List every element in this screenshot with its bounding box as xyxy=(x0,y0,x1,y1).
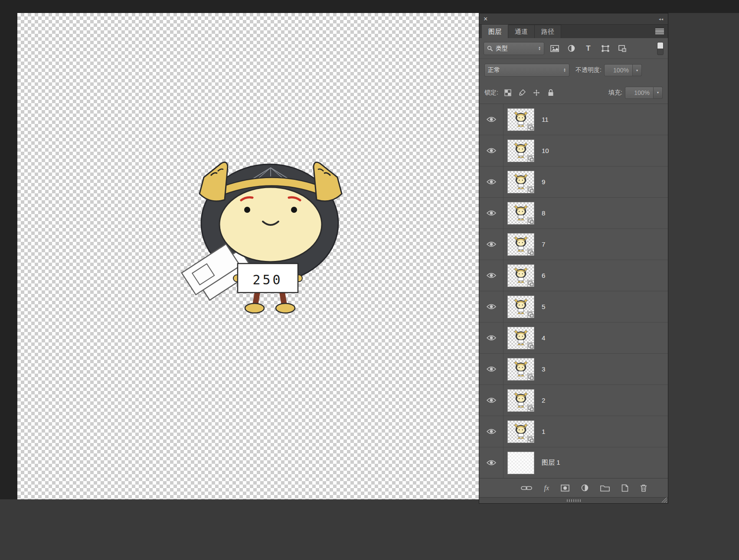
layer-row[interactable]: 7 xyxy=(479,229,668,260)
filter-shape-layers-button[interactable] xyxy=(598,42,612,55)
lock-all-button[interactable] xyxy=(546,88,556,98)
layer-row[interactable]: 5 xyxy=(479,291,668,322)
layer-row[interactable]: 4 xyxy=(479,322,668,354)
new-group-button[interactable] xyxy=(600,485,610,492)
eye-icon xyxy=(486,272,497,279)
collapse-panel-icon[interactable]: ◂◂ xyxy=(659,17,664,21)
link-icon xyxy=(521,485,532,491)
lock-pixels-button[interactable] xyxy=(517,88,527,98)
layer-name: 11 xyxy=(542,116,549,123)
eye-icon xyxy=(486,210,497,216)
layer-thumbnail[interactable] xyxy=(507,389,534,412)
visibility-toggle[interactable] xyxy=(479,354,504,384)
visibility-toggle[interactable] xyxy=(479,447,504,478)
panel-resize-strip[interactable] xyxy=(479,497,668,503)
panel-tabbar: 图层 通道 路径 xyxy=(479,25,668,38)
filter-type-dropdown[interactable]: 类型 ▲▼ xyxy=(484,42,544,55)
layer-thumbnail[interactable] xyxy=(507,264,534,287)
visibility-toggle[interactable] xyxy=(479,229,504,260)
chevron-down-icon[interactable]: ▼ xyxy=(633,64,642,76)
smart-object-badge-icon xyxy=(527,374,534,381)
close-icon[interactable]: × xyxy=(484,16,487,23)
eye-icon xyxy=(486,459,497,466)
layer-name: 4 xyxy=(542,334,545,342)
blend-mode-dropdown[interactable]: 正常 ▲▼ xyxy=(484,64,569,77)
visibility-toggle[interactable] xyxy=(479,291,504,322)
drag-handle-icon[interactable] xyxy=(567,499,581,502)
tab-layers-label: 图层 xyxy=(488,28,501,36)
visibility-toggle[interactable] xyxy=(479,135,504,166)
filter-type-layers-button[interactable]: T xyxy=(582,42,595,55)
layer-thumbnail[interactable] xyxy=(507,327,534,349)
new-layer-button[interactable] xyxy=(621,484,628,492)
lock-transparency-button[interactable] xyxy=(503,88,513,98)
layer-thumbnail[interactable] xyxy=(507,233,534,256)
filter-on-off-toggle[interactable] xyxy=(657,42,664,55)
layer-thumbnail[interactable] xyxy=(507,202,534,225)
fill-value: 100% xyxy=(625,87,654,99)
filter-adjustment-layers-button[interactable] xyxy=(565,42,578,55)
tab-channels-label: 通道 xyxy=(515,28,528,36)
fill-dropdown[interactable]: 100% ▼ xyxy=(625,87,663,99)
layer-row[interactable]: 9 xyxy=(479,166,668,198)
filter-smart-objects-button[interactable] xyxy=(615,42,629,55)
eye-icon xyxy=(486,147,497,154)
layer-name: 3 xyxy=(542,365,545,373)
visibility-toggle[interactable] xyxy=(479,385,504,416)
opacity-dropdown[interactable]: 100% ▼ xyxy=(604,64,642,76)
layer-thumbnail[interactable] xyxy=(507,420,534,443)
image-icon xyxy=(550,45,559,52)
tab-layers[interactable]: 图层 xyxy=(482,25,508,38)
layer-thumbnail[interactable] xyxy=(507,140,534,162)
smart-object-badge-icon xyxy=(527,280,534,287)
document-canvas[interactable]: 250 xyxy=(17,13,479,499)
thumbnail-art xyxy=(513,392,528,409)
tab-paths[interactable]: 路径 xyxy=(535,25,561,38)
layer-style-button[interactable]: fx xyxy=(544,484,549,492)
type-tool-icon: T xyxy=(586,44,590,53)
layer-name: 6 xyxy=(542,272,545,279)
spinner-icon: ▲▼ xyxy=(538,46,541,51)
layer-name: 7 xyxy=(542,241,545,248)
lock-position-button[interactable] xyxy=(532,88,541,98)
delete-layer-button[interactable] xyxy=(640,484,647,492)
link-layers-button[interactable] xyxy=(521,485,532,491)
visibility-toggle[interactable] xyxy=(479,198,504,228)
visibility-toggle[interactable] xyxy=(479,322,504,353)
visibility-toggle[interactable] xyxy=(479,416,504,447)
layer-row[interactable]: 8 xyxy=(479,198,668,229)
layer-thumbnail[interactable] xyxy=(507,452,534,474)
layer-thumbnail[interactable] xyxy=(507,296,534,318)
visibility-toggle[interactable] xyxy=(479,104,504,135)
chevron-down-icon[interactable]: ▼ xyxy=(654,87,663,99)
visibility-toggle[interactable] xyxy=(479,260,504,291)
layer-row[interactable]: 图层 1 xyxy=(479,447,668,478)
eye-icon xyxy=(486,116,497,123)
layers-panel: × ◂◂ 图层 通道 路径 类型 ▲▼ xyxy=(479,13,668,504)
resize-grip-icon[interactable] xyxy=(662,498,667,503)
new-adjustment-layer-button[interactable] xyxy=(581,484,589,492)
panel-menu-icon[interactable] xyxy=(655,29,664,34)
layer-row[interactable]: 10 xyxy=(479,135,668,166)
layer-thumbnail[interactable] xyxy=(507,358,534,381)
smart-object-badge-icon xyxy=(527,155,534,162)
adjustment-circle-icon xyxy=(581,484,589,492)
layer-row[interactable]: 1 xyxy=(479,416,668,447)
add-layer-mask-button[interactable] xyxy=(561,485,569,492)
layer-thumbnail[interactable] xyxy=(507,108,534,131)
search-icon xyxy=(487,46,493,52)
layer-name: 9 xyxy=(542,178,545,186)
smart-object-badge-icon xyxy=(527,124,534,131)
layer-row[interactable]: 6 xyxy=(479,260,668,291)
visibility-toggle[interactable] xyxy=(479,166,504,197)
layer-row[interactable]: 2 xyxy=(479,385,668,416)
fill-group: 填充: 100% ▼ xyxy=(608,87,663,99)
layer-name: 图层 1 xyxy=(542,459,560,467)
layer-row[interactable]: 3 xyxy=(479,354,668,385)
filter-pixel-layers-button[interactable] xyxy=(548,42,561,55)
tab-channels[interactable]: 通道 xyxy=(508,25,535,38)
eye-icon xyxy=(486,179,497,185)
layer-row[interactable]: 11 xyxy=(479,104,668,135)
smart-object-badge-icon xyxy=(527,311,534,318)
layer-thumbnail[interactable] xyxy=(507,171,534,193)
